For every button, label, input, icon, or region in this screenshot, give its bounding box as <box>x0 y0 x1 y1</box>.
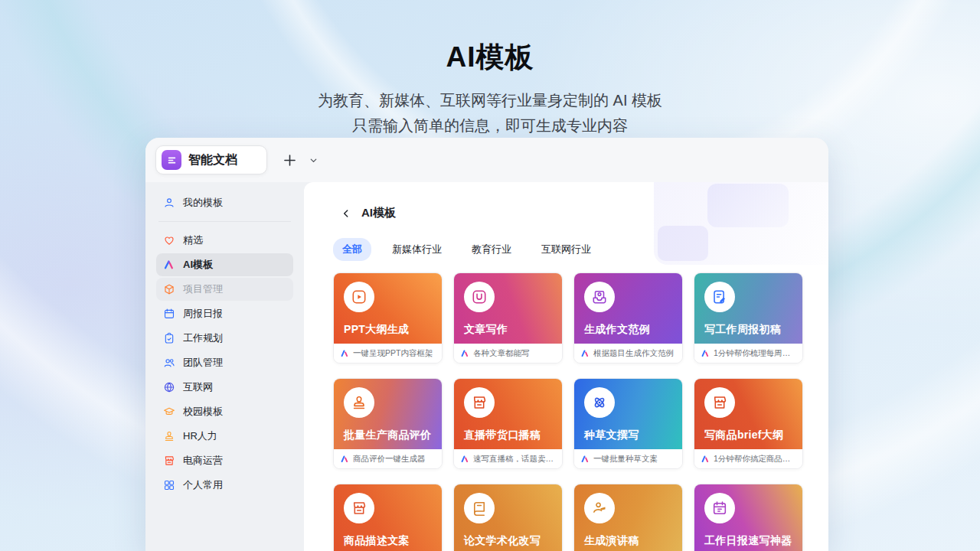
bookpages-icon <box>464 493 495 523</box>
card-title: 写商品brief大纲 <box>704 429 783 442</box>
template-card[interactable]: 写商品brief大纲 1分钟帮你搞定商品宣传... <box>694 378 803 469</box>
sidebar-item-label: 互联网 <box>183 380 213 394</box>
sidebar-item-label: 个人常用 <box>183 478 223 492</box>
sidebar-item-label: 周报日报 <box>183 307 223 321</box>
sidebar-item-work-plan[interactable]: 工作规划 <box>156 327 293 350</box>
present-icon <box>584 493 615 523</box>
sidebar-item-label: 校园模板 <box>183 405 223 419</box>
sidebar-item-label: AI模板 <box>183 258 213 272</box>
sidebar-item-label: 精选 <box>183 233 203 247</box>
store-icon <box>464 387 495 418</box>
template-card[interactable]: PPT大纲生成 一键呈现PPT内容框架 <box>333 272 443 364</box>
ai-brand-icon <box>341 349 349 357</box>
template-card[interactable]: 写工作周报初稿 1分钟帮你梳理每周事项 <box>694 272 803 364</box>
template-card[interactable]: 生成演讲稿 <box>573 484 683 551</box>
tab-新媒体行业[interactable]: 新媒体行业 <box>383 238 451 261</box>
section-title: AI模板 <box>361 206 396 220</box>
template-card[interactable]: 商品描述文案 <box>333 484 443 551</box>
card-title: 工作日报速写神器 <box>704 534 792 548</box>
page-subtitle-line2: 只需输入简单的信息，即可生成专业内容 <box>0 113 980 139</box>
docedit-icon <box>704 282 735 312</box>
card-description: 根据题目生成作文范例 <box>593 348 674 359</box>
sidebar-item-campus[interactable]: 校园模板 <box>156 400 293 423</box>
template-card[interactable]: 生成作文范例 根据题目生成作文范例 <box>573 272 683 364</box>
app-tab-smart-doc[interactable]: 智能文档 <box>155 145 267 174</box>
template-card[interactable]: 文章写作 各种文章都能写 <box>453 272 563 364</box>
card-title: 生成作文范例 <box>584 323 650 337</box>
booku-icon <box>464 282 495 312</box>
template-card[interactable]: 批量生产商品评价 商品评价一键生成器 <box>333 378 443 469</box>
page-subtitle-line1: 为教育、新媒体、互联网等行业量身定制的 AI 模板 <box>0 88 980 113</box>
caledit-icon <box>704 493 735 523</box>
breadcrumb: AI模板 <box>304 182 828 220</box>
ai-brand-icon <box>581 455 590 463</box>
card-title: 论文学术化改写 <box>464 534 541 548</box>
sidebar-item-featured[interactable]: 精选 <box>156 229 293 252</box>
tab-互联网行业[interactable]: 互联网行业 <box>532 238 600 261</box>
card-description: 商品评价一键生成器 <box>353 454 426 465</box>
sidebar-item-label: 电商运营 <box>183 454 223 468</box>
ai-brand-icon <box>461 455 469 463</box>
sidebar-item-project-mgmt[interactable]: 项目管理 <box>156 278 293 301</box>
back-button[interactable] <box>341 208 351 219</box>
playsq-icon <box>344 282 374 312</box>
sidebar-item-label: 我的模板 <box>183 196 223 210</box>
ailogo-icon <box>163 259 175 271</box>
window-body: 我的模板 精选 AI模板 项目管理 周报日报 工作规划 团队管理 互联网 校园模… <box>145 182 828 551</box>
sidebar-item-label: 工作规划 <box>183 331 223 345</box>
sidebar-item-my-templates[interactable]: 我的模板 <box>156 191 293 214</box>
sidebar-item-hr[interactable]: HR人力 <box>156 425 293 448</box>
stamp-icon <box>163 430 175 442</box>
sidebar-item-internet[interactable]: 互联网 <box>156 376 293 399</box>
card-title: 直播带货口播稿 <box>464 429 541 442</box>
sidebar-item-label: 团队管理 <box>183 356 223 370</box>
ai-brand-icon <box>581 349 590 357</box>
tab-教育行业[interactable]: 教育行业 <box>462 238 521 261</box>
atom-icon <box>584 387 615 418</box>
template-card[interactable]: 种草文撰写 一键批量种草文案 <box>573 378 683 469</box>
new-tab-button[interactable] <box>279 149 300 171</box>
template-card[interactable]: 论文学术化改写 <box>453 484 563 551</box>
calendar-icon <box>163 308 175 320</box>
team-icon <box>163 357 175 369</box>
chevron-down-icon[interactable] <box>305 149 321 171</box>
category-tabs: 全部 新媒体行业 教育行业 互联网行业 <box>304 220 828 261</box>
sidebar-item-ai-templates[interactable]: AI模板 <box>156 253 293 276</box>
sidebar-item-personal[interactable]: 个人常用 <box>156 474 293 497</box>
inboxuser-icon <box>584 282 615 312</box>
hero: AI模板 为教育、新媒体、互联网等行业量身定制的 AI 模板 只需输入简单的信息… <box>0 38 980 139</box>
user-icon <box>163 197 175 209</box>
sidebar: 我的模板 精选 AI模板 项目管理 周报日报 工作规划 团队管理 互联网 校园模… <box>145 182 304 551</box>
template-card[interactable]: 直播带货口播稿 速写直播稿，话题卖点... <box>453 378 563 469</box>
page-title: AI模板 <box>0 38 980 77</box>
card-title: 批量生产商品评价 <box>344 429 431 442</box>
card-title: 文章写作 <box>464 323 508 337</box>
sidebar-list: 我的模板 精选 AI模板 项目管理 周报日报 工作规划 团队管理 互联网 校园模… <box>145 191 304 497</box>
window-topbar: 智能文档 <box>145 138 828 182</box>
sidebar-item-team-mgmt[interactable]: 团队管理 <box>156 351 293 374</box>
tab-全部[interactable]: 全部 <box>333 238 371 261</box>
ai-brand-icon <box>701 349 710 357</box>
ai-brand-icon <box>461 349 469 357</box>
card-title: PPT大纲生成 <box>344 323 409 337</box>
ai-brand-icon <box>341 455 349 463</box>
template-card[interactable]: 工作日报速写神器 <box>694 484 803 551</box>
card-description: 1分钟帮你搞定商品宣传... <box>714 454 795 465</box>
card-title: 写工作周报初稿 <box>704 323 781 337</box>
stamp-icon <box>344 387 374 418</box>
card-title: 种草文撰写 <box>584 429 639 442</box>
template-grid: PPT大纲生成 一键呈现PPT内容框架 文章写作 各种文章都能写 生成作文范例 <box>304 261 828 551</box>
smart-doc-icon <box>162 150 181 170</box>
card-description: 速写直播稿，话题卖点... <box>473 454 555 465</box>
sidebar-item-label: 项目管理 <box>183 282 223 296</box>
sidebar-divider <box>158 221 291 222</box>
globe-icon <box>163 381 175 393</box>
sidebar-item-label: HR人力 <box>183 429 217 443</box>
gradcap-icon <box>163 406 175 418</box>
page: { "hero": { "title": "AI模板", "subtitle_l… <box>0 0 980 551</box>
sidebar-item-weekly-report[interactable]: 周报日报 <box>156 302 293 325</box>
sidebar-item-ecommerce[interactable]: 电商运营 <box>156 449 293 472</box>
card-description: 一键批量种草文案 <box>593 454 658 465</box>
app-tab-label: 智能文档 <box>188 152 237 168</box>
store-icon <box>163 455 175 467</box>
